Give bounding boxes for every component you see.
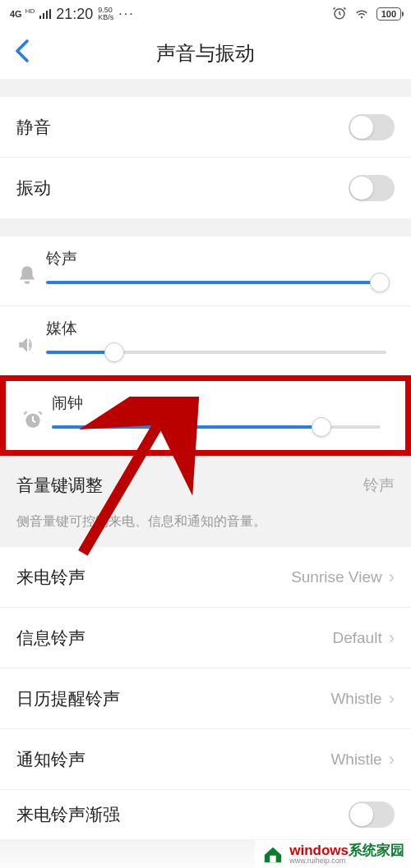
notification-ringtone-row[interactable]: 通知铃声 Whistle › [0,729,411,790]
incoming-ringtone-row[interactable]: 来电铃声 Sunrise View › [0,547,411,608]
ringtone-label: 铃声 [46,248,395,269]
alarm-status-icon [332,6,347,23]
wifi-icon [353,7,370,22]
vibrate-toggle[interactable] [349,175,395,201]
watermark: windows系统家园 www.ruiheip.com [255,840,411,868]
more-icon: ··· [118,7,134,21]
media-slider[interactable] [46,351,386,354]
crescendo-label: 来电铃声渐强 [16,803,349,826]
calendar-ringtone-row[interactable]: 日历提醒铃声 Whistle › [0,668,411,729]
status-right: 100 [332,6,401,23]
ringtone-slider[interactable] [46,281,386,284]
page-title: 声音与振动 [12,40,399,67]
message-ringtone-value: Default [332,629,381,647]
volume-key-description: 侧音量键可控制来电、信息和通知的音量。 [0,503,411,547]
watermark-logo-icon [261,844,284,864]
toggles-section: 静音 振动 [0,97,411,218]
chevron-right-icon: › [389,627,395,649]
sliders-section: 铃声 媒体 [0,237,411,375]
calendar-ringtone-value: Whistle [330,690,381,708]
volume-key-row[interactable]: 音量键调整 铃声 [0,456,411,503]
media-label: 媒体 [46,318,395,339]
calendar-ringtone-label: 日历提醒铃声 [16,687,330,710]
ringtone-section: 来电铃声 Sunrise View › 信息铃声 Default › 日历提醒铃… [0,547,411,839]
bell-icon [16,264,46,289]
network-type: 4G [10,9,22,19]
crescendo-row[interactable]: 来电铃声渐强 [0,790,411,839]
alarm-slider-row: 闹钟 [6,381,405,450]
chevron-right-icon: › [389,567,395,588]
volume-key-label: 音量键调整 [16,474,363,497]
battery-indicator: 100 [376,7,401,21]
chevron-right-icon: › [389,688,395,710]
chevron-right-icon: › [389,749,395,770]
hd-indicator: HD [25,7,35,15]
volume-key-value: 铃声 [363,475,395,496]
status-bar: 4GHD 21:20 9.50KB/s ··· 100 [0,0,411,28]
clock: 21:20 [56,6,93,23]
mute-toggle[interactable] [349,114,395,140]
highlight-annotation: 闹钟 [0,375,411,456]
watermark-url: www.ruiheip.com [289,857,404,865]
data-speed: 9.50KB/s [98,7,113,21]
notification-ringtone-value: Whistle [330,751,381,769]
vibrate-row[interactable]: 振动 [0,158,411,218]
page-header: 声音与振动 [0,28,411,79]
incoming-ringtone-label: 来电铃声 [16,566,291,589]
incoming-ringtone-value: Sunrise View [291,568,382,586]
ringtone-slider-row: 铃声 [0,237,411,306]
message-ringtone-label: 信息铃声 [16,627,332,650]
vibrate-label: 振动 [16,177,349,200]
svg-rect-2 [270,856,276,862]
alarm-label: 闹钟 [52,393,389,414]
notification-ringtone-label: 通知铃声 [16,748,330,771]
media-slider-row: 媒体 [0,306,411,375]
signal-bars-icon [39,9,51,19]
mute-label: 静音 [16,116,349,139]
message-ringtone-row[interactable]: 信息铃声 Default › [0,608,411,668]
mute-row[interactable]: 静音 [0,97,411,158]
crescendo-toggle[interactable] [349,801,395,828]
speaker-icon [16,334,46,359]
status-left: 4GHD 21:20 9.50KB/s ··· [10,6,332,23]
alarm-slider[interactable] [52,425,381,429]
back-button[interactable] [15,39,30,69]
watermark-brand: windows系统家园 [289,843,404,857]
alarm-icon [22,409,52,434]
